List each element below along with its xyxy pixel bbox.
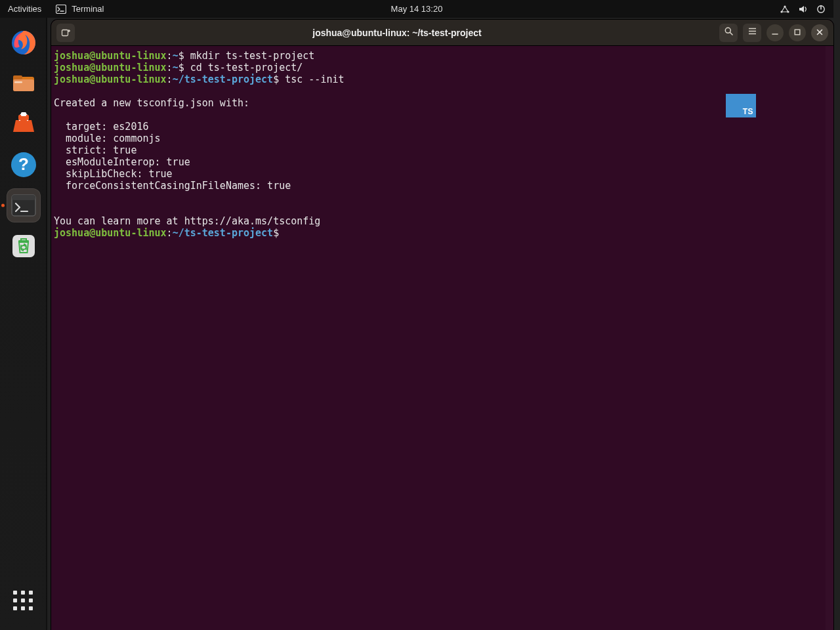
svg-rect-17 bbox=[12, 195, 35, 200]
terminal-output bbox=[51, 109, 833, 121]
power-icon bbox=[816, 5, 826, 14]
dock-item-files[interactable] bbox=[7, 66, 41, 100]
close-button[interactable] bbox=[811, 24, 828, 41]
terminal-body[interactable]: joshua@ubuntu-linux:~$ mkdir ts-test-pro… bbox=[51, 46, 833, 630]
svg-rect-13 bbox=[21, 112, 26, 116]
search-button[interactable] bbox=[719, 24, 738, 42]
terminal-output bbox=[51, 192, 833, 203]
svg-rect-9 bbox=[13, 79, 34, 91]
terminal-scrollbar[interactable] bbox=[826, 46, 833, 630]
terminal-output: skipLibCheck: true bbox=[51, 168, 833, 180]
close-icon bbox=[816, 27, 824, 39]
svg-rect-0 bbox=[56, 5, 66, 13]
prompt-user: joshua@ubuntu-linux bbox=[54, 62, 167, 74]
command-text: tsc --init bbox=[285, 74, 344, 85]
terminal-output bbox=[51, 203, 833, 215]
clock[interactable]: May 14 13:20 bbox=[391, 4, 443, 14]
desktop: Activities Terminal May 14 13:20 bbox=[0, 0, 840, 630]
terminal-output: You can learn more at https://aka.ms/tsc… bbox=[51, 215, 833, 227]
typescript-badge: TS bbox=[726, 94, 756, 117]
dock-item-help[interactable]: ? bbox=[7, 148, 41, 182]
prompt-path: ~/ts-test-project bbox=[173, 74, 274, 85]
prompt-path: ~ bbox=[173, 62, 178, 74]
terminal-output: esModuleInterop: true bbox=[51, 156, 833, 168]
prompt-user: joshua@ubuntu-linux bbox=[54, 74, 167, 85]
hamburger-icon bbox=[747, 26, 757, 39]
window-titlebar[interactable]: joshua@ubuntu-linux: ~/ts-test-project bbox=[51, 20, 833, 46]
command-text: mkdir ts-test-project bbox=[190, 50, 315, 62]
dock-item-terminal[interactable] bbox=[7, 188, 41, 222]
active-app-label: Terminal bbox=[72, 4, 104, 14]
search-icon bbox=[724, 26, 734, 39]
window-title: joshua@ubuntu-linux: ~/ts-test-project bbox=[80, 28, 714, 38]
prompt-user: joshua@ubuntu-linux bbox=[54, 50, 167, 62]
svg-rect-30 bbox=[795, 30, 800, 35]
maximize-button[interactable] bbox=[789, 24, 806, 41]
svg-rect-11 bbox=[14, 81, 22, 83]
dock: ? bbox=[0, 18, 47, 630]
terminal-output: module: commonjs bbox=[51, 133, 833, 144]
top-bar: Activities Terminal May 14 13:20 bbox=[0, 0, 833, 18]
terminal-icon bbox=[56, 5, 66, 14]
svg-rect-20 bbox=[18, 240, 29, 242]
cursor bbox=[285, 227, 291, 239]
dock-item-firefox[interactable] bbox=[7, 26, 41, 60]
apps-grid-icon bbox=[13, 591, 34, 612]
maximize-icon bbox=[793, 27, 801, 39]
active-app-indicator[interactable]: Terminal bbox=[56, 4, 104, 14]
terminal-output: Created a new tsconfig.json with: bbox=[51, 97, 833, 109]
volume-icon bbox=[798, 5, 808, 14]
show-applications-button[interactable] bbox=[7, 584, 41, 618]
activities-button[interactable]: Activities bbox=[8, 4, 41, 14]
terminal-window: joshua@ubuntu-linux: ~/ts-test-project bbox=[51, 20, 833, 630]
svg-line-25 bbox=[730, 33, 732, 35]
terminal-output: target: es2016 bbox=[51, 121, 833, 133]
minimize-icon bbox=[771, 27, 779, 39]
hamburger-menu-button[interactable] bbox=[743, 24, 761, 42]
prompt-user: joshua@ubuntu-linux bbox=[54, 227, 167, 239]
command-text: cd ts-test-project/ bbox=[190, 62, 303, 74]
status-area[interactable] bbox=[780, 5, 833, 14]
prompt-path: ~ bbox=[173, 50, 178, 62]
svg-rect-21 bbox=[62, 30, 68, 35]
terminal-output: forceConsistentCasingInFileNames: true bbox=[51, 180, 833, 192]
svg-text:?: ? bbox=[18, 154, 29, 174]
minimize-button[interactable] bbox=[766, 24, 784, 41]
dock-item-software[interactable] bbox=[7, 107, 41, 141]
new-tab-button[interactable] bbox=[56, 24, 75, 42]
running-indicator-icon bbox=[1, 204, 5, 207]
prompt-path: ~/ts-test-project bbox=[173, 227, 274, 239]
network-icon bbox=[780, 5, 790, 14]
svg-rect-10 bbox=[13, 75, 22, 79]
dock-item-trash[interactable] bbox=[7, 229, 41, 263]
terminal-output: strict: true bbox=[51, 144, 833, 156]
terminal-output bbox=[51, 85, 833, 97]
